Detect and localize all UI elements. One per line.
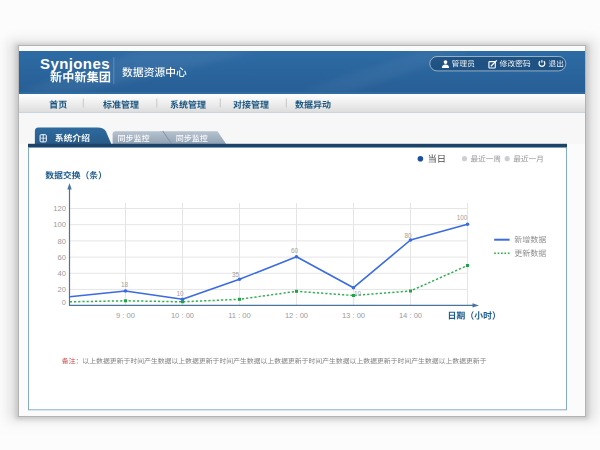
svg-text:80: 80 [404,232,412,239]
svg-text:40: 40 [58,269,66,278]
svg-text:Synjones: Synjones [40,55,110,72]
svg-text:10 : 00: 10 : 00 [171,311,194,320]
svg-text:12 : 00: 12 : 00 [285,311,308,320]
svg-text:0: 0 [62,298,66,307]
svg-text:60: 60 [291,247,299,254]
svg-text:11 : 00: 11 : 00 [228,311,251,320]
svg-text:20: 20 [58,285,66,294]
svg-text:100: 100 [457,214,468,221]
svg-text:60: 60 [58,253,66,262]
svg-text:100: 100 [53,220,66,229]
svg-text:120: 120 [53,204,66,213]
svg-text:9 : 00: 9 : 00 [116,311,135,320]
svg-text:18: 18 [121,281,129,288]
svg-text:10: 10 [176,290,184,297]
svg-text:14 : 00: 14 : 00 [399,311,422,320]
svg-text:80: 80 [58,237,66,246]
svg-text:13 : 00: 13 : 00 [342,311,365,320]
svg-text:35: 35 [232,271,240,278]
svg-text:10: 10 [354,290,362,297]
